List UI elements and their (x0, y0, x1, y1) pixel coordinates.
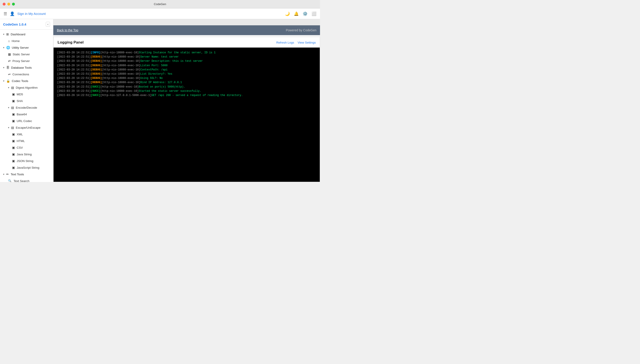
sidebar-item-label: Connections (12, 73, 29, 76)
sidebar-item-dashboard[interactable]: ▾ ⊞ Dashboard (0, 31, 53, 38)
sidebar-item-static-server[interactable]: ▦ Static Server (0, 51, 53, 58)
sidebar-item-md5[interactable]: ▣ MD5 (0, 91, 53, 98)
arrows-icon: ⇄ (8, 59, 11, 63)
doc-icon: ▣ (12, 152, 15, 156)
terminal-output: [2022-03-20 14:22:51][INFO][http-nio-180… (54, 48, 320, 182)
sidebar-item-label: Utility Server (12, 46, 29, 49)
header-right: 🌙 🔔 ⚙️ ⬜ (285, 11, 316, 16)
sidebar-item-xml[interactable]: ▣ XML (0, 131, 53, 138)
sidebar-item-connections[interactable]: ⇌ Connections (0, 71, 53, 78)
globe-icon: 🌐 (6, 46, 10, 49)
gear-icon[interactable]: ⚙️ (303, 11, 308, 16)
sidebar-item-text-tools[interactable]: ▾ ✏ Text Tools (0, 171, 53, 178)
sidebar-item-sha[interactable]: ▣ SHA (0, 98, 53, 104)
chevron-down-icon: ▾ (3, 80, 4, 82)
sidebar-item-label: MD5 (17, 93, 23, 96)
doc-icon: ▣ (12, 112, 15, 116)
minimize-button[interactable] (7, 3, 10, 6)
log-line: [2022-03-20 14:22:51][DEBUG][http-nio-18… (57, 80, 316, 85)
menu-icon: ▤ (11, 86, 14, 89)
chevron-down-icon: ▾ (8, 106, 9, 109)
moon-icon[interactable]: 🌙 (285, 11, 290, 16)
maximize-button[interactable] (12, 3, 15, 6)
user-icon: 👤 (10, 11, 15, 16)
app-header: ☰ 👤 Sign in My Account 🌙 🔔 ⚙️ ⬜ (0, 8, 320, 19)
view-settings-button[interactable]: View Settings (298, 41, 316, 44)
refresh-logs-button[interactable]: Refresh Logs (276, 41, 294, 44)
sidebar-item-label: Dashboard (11, 33, 25, 36)
doc-icon: ▣ (12, 119, 15, 123)
sidebar-item-javascript-string[interactable]: ▣ JavaScript String (0, 164, 53, 171)
collapse-button[interactable]: ‹ (46, 22, 50, 27)
logging-title: Logging Panel (58, 40, 84, 45)
sidebar-item-label: Proxy Server (12, 59, 30, 63)
sidebar-item-text-search[interactable]: 🔍 Text Search (0, 178, 53, 182)
header-left: ☰ 👤 Sign in My Account (4, 11, 46, 16)
home-icon: ⌂ (8, 39, 10, 43)
sidebar-title: CodeGen 1.0.4 (3, 22, 26, 26)
sidebar-item-digest-algorithm[interactable]: ▾ ▤ Digest Algorithm (0, 84, 53, 91)
doc-icon: ▣ (12, 92, 15, 96)
sidebar: CodeGen 1.0.4 ‹ ▾ ⊞ Dashboard ⌂ Home ▾ 🌐… (0, 19, 53, 182)
log-line: [2022-03-20 14:22:51][DEBUG][http-nio-18… (57, 64, 316, 68)
sidebar-toggle-icon[interactable]: ⬜ (312, 11, 316, 16)
bell-icon[interactable]: 🔔 (294, 11, 299, 16)
main-layout: CodeGen 1.0.4 ‹ ▾ ⊞ Dashboard ⌂ Home ▾ 🌐… (0, 19, 320, 182)
doc-icon: ▣ (12, 159, 15, 163)
sidebar-item-label: Codec Tools (12, 79, 28, 83)
sidebar-item-csv[interactable]: ▣ CSV (0, 144, 53, 151)
sidebar-item-java-string[interactable]: ▣ Java String (0, 151, 53, 158)
chevron-down-icon: ▾ (8, 86, 9, 89)
sidebar-item-escape-unescape[interactable]: ▾ ▤ Escape/UnEscape (0, 124, 53, 131)
log-line: [2022-03-20 14:22:51][SUCC][http-nio-180… (57, 89, 316, 93)
sidebar-item-proxy-server[interactable]: ⇄ Proxy Server (0, 58, 53, 64)
close-button[interactable] (3, 3, 6, 6)
sidebar-item-url-codec[interactable]: ▣ URL Codec (0, 118, 53, 124)
search-icon: 🔍 (8, 179, 12, 182)
server-icon: ▦ (8, 52, 11, 56)
sidebar-item-label: Digest Algorithm (16, 86, 38, 89)
sidebar-item-database-tools[interactable]: ▾ 🗄 Database Tools (0, 64, 53, 71)
doc-icon: ▣ (12, 99, 15, 103)
text-icon: ✏ (6, 172, 9, 176)
doc-icon: ▣ (12, 166, 15, 169)
sidebar-item-codec-tools[interactable]: ▾ 🔒 Codec Tools (0, 78, 53, 84)
back-banner: Back to the Top Powered by CodeGen (53, 25, 320, 35)
menu-icon: ▤ (11, 126, 14, 129)
doc-icon: ▣ (12, 139, 15, 143)
powered-by-text: Powered by CodeGen (286, 28, 316, 32)
log-line: [2022-03-20 14:22:51][DEBUG][http-nio-18… (57, 55, 316, 59)
sidebar-item-utility-server[interactable]: ▾ 🌐 Utility Server (0, 44, 53, 51)
chevron-down-icon: ▾ (3, 66, 4, 69)
sidebar-item-base64[interactable]: ▣ Base64 (0, 111, 53, 118)
db-icon: 🗄 (6, 66, 9, 69)
hamburger-icon[interactable]: ☰ (4, 11, 7, 16)
menu-icon: ▤ (11, 106, 14, 109)
sidebar-item-json-string[interactable]: ▣ JSON String (0, 158, 53, 164)
log-line: [2022-03-20 14:22:51][SUCC][http-nio-127… (57, 93, 316, 98)
log-line: [2022-03-20 14:22:51][SUCC][http-nio-180… (57, 85, 316, 89)
window-controls (3, 3, 15, 6)
window-title: CodeGen (154, 2, 166, 6)
sidebar-item-label: Database Tools (11, 66, 32, 69)
chevron-down-icon: ▾ (3, 33, 4, 36)
sidebar-item-label: XML (17, 133, 23, 136)
sidebar-item-home[interactable]: ⌂ Home (0, 38, 53, 44)
sidebar-item-label: Escape/UnEscape (16, 126, 40, 129)
sidebar-item-label: Text Search (14, 179, 29, 182)
log-line: [2022-03-20 14:22:51][DEBUG][http-nio-18… (57, 76, 316, 80)
chevron-down-icon: ▾ (3, 173, 4, 176)
sidebar-item-encode-decode[interactable]: ▾ ▤ Encode/Decode (0, 104, 53, 111)
sidebar-item-label: URL Codec (17, 119, 32, 123)
top-bar (53, 19, 320, 25)
doc-icon: ▣ (12, 146, 15, 149)
sidebar-item-label: Base64 (17, 113, 27, 116)
back-to-top-link[interactable]: Back to the Top (57, 28, 78, 32)
link-icon: ⇌ (8, 72, 11, 76)
titlebar: CodeGen (0, 0, 320, 8)
sidebar-item-label: Text Tools (11, 173, 24, 176)
sidebar-item-html[interactable]: ▣ HTML (0, 138, 53, 144)
sign-in-link[interactable]: Sign in My Account (17, 12, 46, 16)
sidebar-item-label: Encode/Decode (16, 106, 37, 109)
logging-header: Logging Panel Refresh Logs View Settings (54, 37, 320, 48)
